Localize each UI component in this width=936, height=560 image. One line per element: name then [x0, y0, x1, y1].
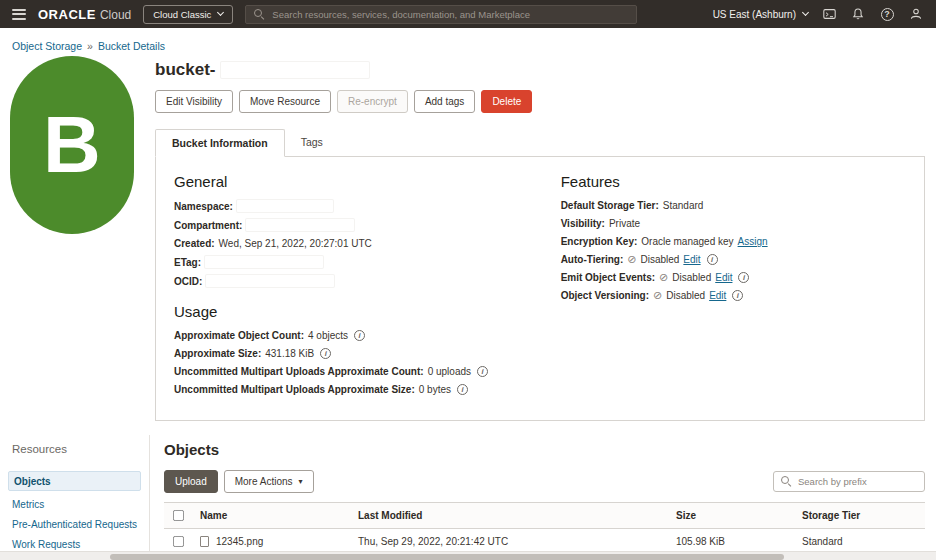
usage-object-count-row: Approximate Object Count: 4 objects i: [174, 330, 555, 341]
etag-label: ETag:: [174, 257, 201, 268]
object-versioning-row: Object Versioning: ⊘ Disabled Edit i: [561, 290, 906, 301]
prefix-search[interactable]: [773, 471, 925, 492]
cloud-classic-button[interactable]: Cloud Classic: [143, 5, 233, 24]
ocid-row: OCID:: [174, 275, 555, 287]
assign-link[interactable]: Assign: [738, 236, 768, 247]
more-actions-button[interactable]: More Actions ▾: [224, 470, 314, 493]
upload-button[interactable]: Upload: [164, 470, 218, 493]
chevron-down-icon: [802, 9, 809, 16]
created-value: Wed, Sep 21, 2022, 20:27:01 UTC: [219, 238, 372, 249]
usage-object-count-label: Approximate Object Count:: [174, 330, 304, 341]
object-versioning-edit-link[interactable]: Edit: [709, 290, 726, 301]
tab-tags[interactable]: Tags: [285, 129, 339, 156]
objects-table-header-row: Name Last Modified Size Storage Tier: [164, 503, 925, 529]
sidebar-item-pre-authenticated-requests[interactable]: Pre-Authenticated Requests: [0, 514, 149, 534]
usage-section: Usage Approximate Object Count: 4 object…: [174, 303, 555, 395]
select-all-checkbox[interactable]: [173, 510, 184, 521]
row-checkbox[interactable]: [173, 536, 184, 547]
emit-object-events-edit-link[interactable]: Edit: [715, 272, 732, 283]
scrollbar-thumb[interactable]: [110, 554, 784, 560]
redacted-namespace-value: [237, 200, 333, 212]
info-icon[interactable]: i: [732, 290, 743, 301]
info-icon[interactable]: i: [457, 384, 468, 395]
visibility-label: Visibility:: [561, 218, 605, 229]
page-title-row: bucket-: [155, 60, 925, 80]
help-icon[interactable]: ?: [879, 6, 895, 22]
re-encrypt-button[interactable]: Re-encrypt: [337, 90, 408, 113]
info-icon[interactable]: i: [477, 366, 488, 377]
global-search[interactable]: [245, 5, 637, 24]
column-header-name: Name: [192, 503, 350, 529]
column-header-storage-tier: Storage Tier: [794, 503, 925, 529]
breadcrumb-object-storage[interactable]: Object Storage: [12, 40, 82, 52]
help-glyph: ?: [881, 8, 894, 21]
usage-object-count-value: 4 objects: [308, 330, 348, 341]
storage-tier-value: Standard: [663, 200, 704, 211]
add-tags-button[interactable]: Add tags: [414, 90, 475, 113]
usage-size-row: Approximate Size: 431.18 KiB i: [174, 348, 555, 359]
storage-tier-label: Default Storage Tier:: [561, 200, 659, 211]
search-icon: [254, 9, 265, 20]
info-icon[interactable]: i: [738, 272, 749, 283]
edit-visibility-button[interactable]: Edit Visibility: [155, 90, 233, 113]
info-icon[interactable]: i: [320, 348, 331, 359]
features-section: Features Default Storage Tier: Standard …: [555, 173, 906, 402]
info-icon[interactable]: i: [354, 330, 365, 341]
sidebar-item-objects[interactable]: Objects: [8, 471, 141, 491]
prefix-search-input[interactable]: [798, 476, 917, 487]
app-header: ORACLE Cloud Cloud Classic US East (Ashb…: [0, 0, 936, 28]
tab-bucket-information[interactable]: Bucket Information: [155, 129, 285, 157]
general-section: General Namespace: Compartment: Created:…: [174, 173, 555, 402]
object-versioning-value: Disabled: [666, 290, 705, 301]
main-content: bucket- Edit Visibility Move Resource Re…: [155, 60, 936, 421]
cloud-shell-icon[interactable]: [821, 6, 837, 22]
objects-toolbar: Upload More Actions ▾: [164, 470, 925, 493]
emit-object-events-label: Emit Object Events:: [561, 272, 655, 283]
redacted-bucket-name: [221, 62, 369, 78]
visibility-value: Private: [609, 218, 640, 229]
profile-icon[interactable]: [908, 6, 924, 22]
encryption-key-label: Encryption Key:: [561, 236, 638, 247]
auto-tiering-value: Disabled: [640, 254, 679, 265]
lower-section: Resources Objects Metrics Pre-Authentica…: [0, 435, 936, 560]
storage-tier-row: Default Storage Tier: Standard: [561, 200, 906, 211]
namespace-row: Namespace:: [174, 200, 555, 212]
hamburger-menu-icon[interactable]: [12, 9, 26, 20]
delete-button[interactable]: Delete: [481, 90, 532, 113]
caret-down-icon: ▾: [299, 478, 303, 486]
horizontal-scrollbar[interactable]: [0, 551, 936, 560]
header-right: US East (Ashburn) ?: [713, 6, 924, 22]
column-header-size: Size: [668, 503, 794, 529]
move-resource-button[interactable]: Move Resource: [239, 90, 331, 113]
bucket-badge-icon: B: [10, 56, 134, 234]
bucket-actions: Edit Visibility Move Resource Re-encrypt…: [155, 90, 925, 113]
compartment-row: Compartment:: [174, 219, 555, 231]
more-actions-label: More Actions: [235, 476, 293, 487]
usage-heading: Usage: [174, 303, 555, 320]
redacted-ocid-value: [206, 275, 334, 287]
breadcrumb: Object Storage » Bucket Details: [0, 28, 936, 52]
notifications-bell-icon[interactable]: [850, 6, 866, 22]
page-title: bucket-: [155, 60, 215, 80]
created-row: Created: Wed, Sep 21, 2022, 20:27:01 UTC: [174, 238, 555, 249]
tabstrip: Bucket Information Tags: [155, 129, 925, 156]
encryption-key-row: Encryption Key: Oracle managed key Assig…: [561, 236, 906, 247]
breadcrumb-bucket-details[interactable]: Bucket Details: [98, 40, 165, 52]
region-selector[interactable]: US East (Ashburn): [713, 9, 808, 20]
oracle-cloud-logo: ORACLE Cloud: [38, 7, 131, 22]
auto-tiering-edit-link[interactable]: Edit: [683, 254, 700, 265]
sidebar-item-metrics[interactable]: Metrics: [0, 494, 149, 514]
usage-multipart-count-value: 0 uploads: [428, 366, 471, 377]
usage-multipart-size-label: Uncommitted Multipart Uploads Approximat…: [174, 384, 415, 395]
object-name: 12345.png: [216, 536, 263, 547]
redacted-compartment-value: [246, 219, 354, 231]
usage-multipart-count-label: Uncommitted Multipart Uploads Approximat…: [174, 366, 424, 377]
usage-multipart-size-value: 0 bytes: [419, 384, 451, 395]
namespace-label: Namespace:: [174, 201, 233, 212]
info-icon[interactable]: i: [707, 254, 718, 265]
etag-row: ETag:: [174, 256, 555, 268]
brand-oracle: ORACLE: [38, 7, 96, 22]
breadcrumb-separator: »: [87, 40, 93, 52]
global-search-input[interactable]: [272, 9, 628, 20]
emit-object-events-value: Disabled: [672, 272, 711, 283]
